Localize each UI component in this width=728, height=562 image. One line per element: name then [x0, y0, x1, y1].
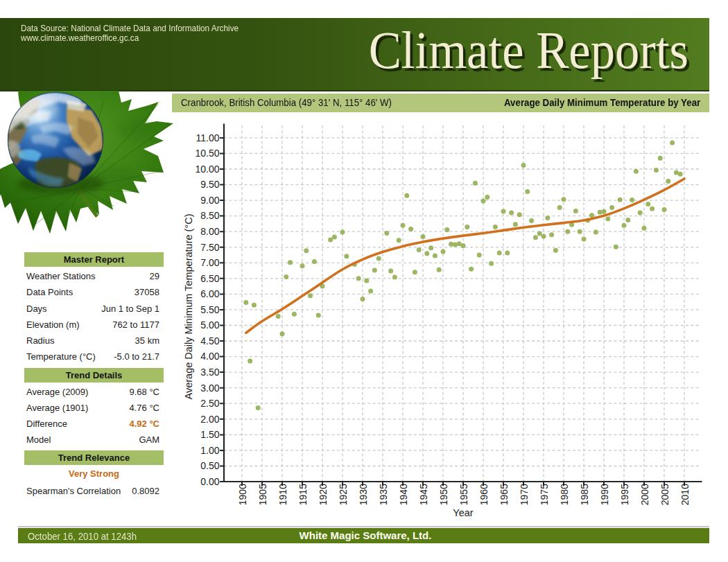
svg-text:1910: 1910: [277, 484, 288, 505]
svg-text:5.50: 5.50: [200, 304, 219, 315]
svg-text:6.00: 6.00: [200, 288, 219, 299]
svg-text:Average Daily Minimum Temperat: Average Daily Minimum Temperature (°C): [183, 214, 194, 400]
svg-text:1905: 1905: [257, 484, 268, 505]
svg-text:7.50: 7.50: [200, 242, 219, 253]
svg-text:1985: 1985: [579, 484, 590, 505]
svg-text:1990: 1990: [599, 484, 610, 505]
svg-text:6.50: 6.50: [200, 273, 219, 284]
svg-text:1915: 1915: [297, 484, 309, 505]
svg-text:1.50: 1.50: [200, 429, 219, 440]
svg-text:2.00: 2.00: [200, 414, 219, 425]
svg-text:1965: 1965: [499, 484, 510, 505]
svg-text:1950: 1950: [438, 484, 449, 505]
svg-text:1975: 1975: [539, 484, 550, 505]
svg-text:1940: 1940: [398, 484, 409, 505]
svg-text:11.00: 11.00: [196, 132, 220, 143]
svg-text:7.00: 7.00: [200, 257, 219, 268]
svg-text:1925: 1925: [338, 484, 349, 505]
svg-text:1900: 1900: [237, 484, 248, 505]
svg-text:1935: 1935: [378, 484, 389, 505]
svg-text:8.50: 8.50: [200, 210, 219, 221]
svg-text:10.50: 10.50: [195, 148, 219, 159]
svg-text:1970: 1970: [519, 484, 530, 505]
svg-text:1960: 1960: [478, 484, 489, 505]
svg-text:9.00: 9.00: [200, 195, 219, 206]
svg-text:5.00: 5.00: [200, 319, 219, 331]
svg-text:1955: 1955: [458, 484, 469, 505]
svg-text:2010: 2010: [679, 484, 691, 505]
svg-text:2000: 2000: [639, 484, 650, 505]
svg-text:0.50: 0.50: [200, 460, 219, 471]
svg-text:0.00: 0.00: [200, 476, 219, 487]
svg-text:4.00: 4.00: [200, 351, 219, 362]
svg-text:1995: 1995: [619, 484, 630, 505]
svg-text:Year: Year: [453, 507, 473, 518]
svg-text:1920: 1920: [318, 484, 329, 505]
svg-text:1.00: 1.00: [200, 445, 219, 456]
svg-text:1945: 1945: [418, 484, 429, 505]
svg-text:2.50: 2.50: [200, 398, 219, 409]
svg-text:1980: 1980: [559, 484, 570, 505]
svg-text:9.50: 9.50: [200, 179, 219, 190]
svg-text:10.00: 10.00: [195, 164, 219, 175]
svg-text:8.00: 8.00: [200, 226, 219, 237]
svg-text:3.00: 3.00: [200, 383, 219, 394]
svg-text:3.50: 3.50: [200, 367, 219, 378]
svg-text:1930: 1930: [358, 484, 369, 505]
svg-text:2005: 2005: [659, 484, 670, 505]
svg-text:4.50: 4.50: [200, 335, 219, 346]
